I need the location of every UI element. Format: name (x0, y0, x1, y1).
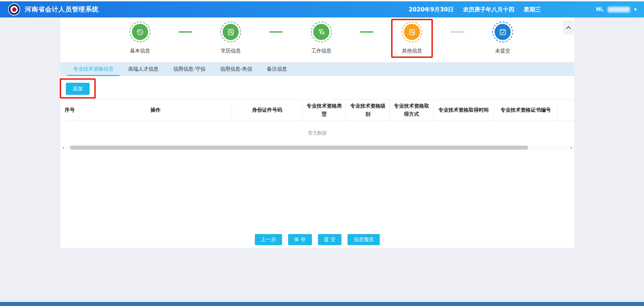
calendar-check-icon (495, 24, 511, 40)
tab-high-end-talent[interactable]: 高端人才信息 (121, 62, 166, 76)
chevron-up-icon (566, 26, 571, 31)
header-lunar-date: 农历庚子年八月十四 (463, 6, 514, 13)
column-header-qual-time: 专业技术资格取得时间 (433, 100, 494, 121)
column-header-qual-method: 专业技术资格取得方式 (389, 100, 433, 121)
chevron-down-icon[interactable]: ▼ (634, 8, 637, 11)
column-header-cert-number: 专业技术资格证书编号 (494, 100, 557, 121)
tab-professional-qualification[interactable]: 专业技术资格信息 (66, 62, 121, 76)
qualification-table: 序号 操作 身份证件号码 专业技术资格类型 专业技术资格级别 专业技术资格取得方… (60, 99, 574, 145)
scroll-to-top-button[interactable] (563, 21, 573, 34)
column-header-operation: 操作 (79, 100, 232, 121)
table-header-row: 序号 操作 身份证件号码 专业技术资格类型 专业技术资格级别 专业技术资格取得方… (60, 99, 574, 121)
tab-bar: 专业技术资格信息 高端人才信息 信用信息-守信 信用信息-失信 备注信息 (60, 62, 574, 76)
scroll-right-arrow[interactable]: › (568, 145, 574, 151)
column-header-qual-level: 专业技术资格级别 (346, 100, 389, 121)
step-basic-info: 基本信息 (95, 17, 185, 59)
app-header: 河南省会计人员管理系统 2020年9月30日 农历庚子年八月十四 星期三 Hi,… (0, 1, 644, 17)
user-name-blurred (608, 7, 630, 12)
step-work-info-button[interactable] (311, 22, 332, 42)
step-wizard: 基本信息 学历信息 (60, 17, 574, 59)
user-menu[interactable]: Hi, ▼ (596, 1, 637, 17)
scrollbar-track[interactable] (66, 145, 568, 150)
step-education-info-button[interactable] (220, 22, 241, 42)
app-logo (8, 3, 20, 15)
step-label: 学历信息 (221, 48, 241, 54)
logo-emblem (10, 6, 18, 13)
step-work-info: 工作信息 (276, 17, 367, 59)
info-preview-button[interactable]: 信息预览 (348, 234, 380, 245)
step-label: 未提交 (495, 48, 510, 54)
tab-credit-trustworthy[interactable]: 信用信息-守信 (166, 62, 213, 76)
tab-remarks[interactable]: 备注信息 (260, 62, 294, 76)
submit-button[interactable]: 提 交 (318, 234, 342, 245)
previous-step-button[interactable]: 上一步 (255, 234, 282, 245)
document-search-icon (223, 24, 239, 40)
scrollbar-thumb[interactable] (70, 146, 528, 150)
user-greeting: Hi, (596, 6, 604, 12)
step-education-info: 学历信息 (185, 17, 276, 59)
step-label: 基本信息 (130, 48, 150, 54)
tab-credit-untrustworthy[interactable]: 信用信息-失信 (213, 62, 259, 76)
header-weekday: 星期三 (524, 6, 541, 13)
app-title: 河南省会计人员管理系统 (25, 5, 99, 14)
column-header-qual-type: 专业技术资格类型 (302, 100, 346, 121)
table-empty-row: 暂无数据 (60, 121, 574, 145)
header-date-group: 2020年9月30日 农历庚子年八月十四 星期三 (409, 1, 541, 17)
step-label: 其他信息 (402, 48, 422, 54)
save-button[interactable]: 保 存 (288, 234, 312, 245)
footer-bar (0, 302, 644, 306)
history-icon (132, 24, 148, 40)
logo-emblem-core (12, 7, 16, 12)
header-date: 2020年9月30日 (409, 6, 454, 13)
step-not-submitted: 未提交 (457, 17, 548, 59)
column-header-spacer (557, 100, 574, 121)
step-label: 工作信息 (311, 48, 331, 54)
horizontal-scrollbar: ‹ › (60, 145, 574, 151)
column-header-id-number: 身份证件号码 (232, 100, 302, 121)
scroll-left-arrow[interactable]: ‹ (60, 145, 66, 151)
step-other-info: 其他信息 (367, 17, 457, 59)
step-not-submitted-button[interactable] (492, 22, 513, 42)
action-button-row: 上一步 保 存 提 交 信息预览 (60, 234, 574, 245)
add-button[interactable]: 添加 (66, 83, 90, 95)
step-basic-info-button[interactable] (130, 22, 150, 42)
step-other-info-button[interactable] (402, 22, 422, 42)
main-panel: 基本信息 学历信息 (60, 17, 574, 248)
edit-check-icon (404, 24, 420, 40)
column-header-seq: 序号 (60, 100, 79, 121)
empty-data-text: 暂无数据 (308, 130, 327, 136)
filter-icon (313, 24, 329, 40)
page: { "header": { "title": "河南省会计人员管理系统", "d… (0, 0, 644, 306)
